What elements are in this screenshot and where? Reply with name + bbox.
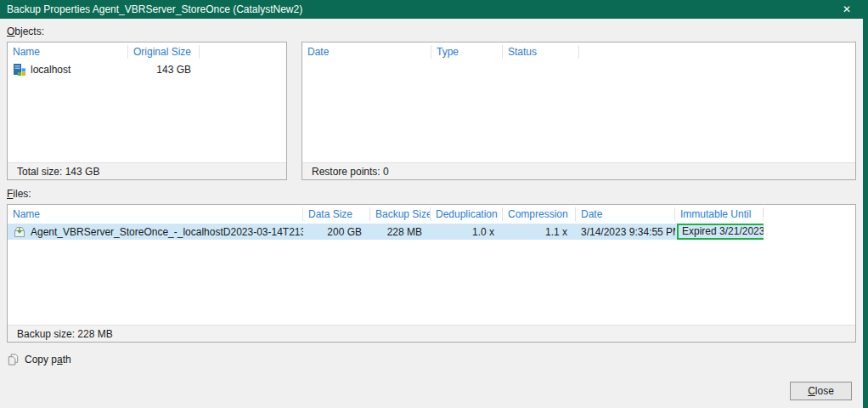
host-icon [13,63,26,76]
files-panel: Name Data Size Backup Size Deduplication… [7,204,856,343]
files-header-row: Name Data Size Backup Size Deduplication… [8,205,855,224]
restore-points-list [302,61,855,162]
files-cell-name: Agent_VBRServer_StoreOnce_-_localhostD20… [8,224,303,240]
files-col-compression[interactable]: Compression [503,207,576,221]
files-footer: Backup size: 228 MB [8,325,855,342]
objects-footer: Total size: 143 GB [8,162,286,179]
files-col-deduplication[interactable]: Deduplication [431,207,503,221]
objects-label-post: bjects: [14,26,44,37]
backup-properties-dialog: Backup Properties Agent_VBRServer_StoreO… [0,0,868,408]
objects-cell-original-size: 143 GB [128,61,200,77]
restore-points-panel: Date Type Status Restore points: 0 [302,42,856,180]
files-label: Files: [7,188,856,200]
files-cell-backup-size: 228 MB [370,224,431,240]
objects-col-original-size[interactable]: Original Size [128,45,200,59]
backup-file-icon [13,225,26,239]
files-cell-data-size: 200 GB [303,224,370,240]
files-cell-immutable-until: Expired 3/21/2023 [675,224,764,240]
files-col-immutable-until[interactable]: Immutable Until [675,207,764,221]
objects-cell-name: localhost [8,61,128,77]
window-title: Backup Properties Agent_VBRServer_StoreO… [7,3,302,15]
files-col-date[interactable]: Date [576,207,675,221]
objects-col-name[interactable]: Name [8,45,128,59]
copy-path-label: Copy path [25,354,71,366]
copy-path-mnemonic: a [57,354,63,366]
objects-header-row: Name Original Size [8,42,286,61]
dialog-body: Objects: Name Original Size [0,26,863,366]
immutable-until-highlight-box: Expired 3/21/2023 [677,224,764,240]
close-button-mnemonic: C [808,385,815,397]
copy-page-icon [7,353,20,366]
files-list: Agent_VBRServer_StoreOnce_-_localhostD20… [8,224,855,325]
titlebar: Backup Properties Agent_VBRServer_StoreO… [0,0,863,19]
files-cell-date: 3/14/2023 9:34:55 PM [576,224,675,240]
restore-points-header-row: Date Type Status [302,42,855,61]
restore-col-type[interactable]: Type [431,45,503,59]
files-col-data-size[interactable]: Data Size [303,207,370,221]
copy-path-button[interactable]: Copy path [7,353,71,366]
files-col-backup-size[interactable]: Backup Size [370,207,431,221]
files-cell-deduplication: 1.0 x [431,224,503,240]
copy-path-pre: Copy p [25,354,57,366]
top-panels: Name Original Size [7,42,856,180]
files-cell-compression: 1.1 x [503,224,576,240]
restore-col-date[interactable]: Date [302,45,431,59]
close-button[interactable]: Close [790,382,852,400]
copy-path-post: th [63,354,71,366]
restore-points-footer: Restore points: 0 [302,162,855,179]
close-button-post: lose [815,385,834,397]
objects-panel: Name Original Size [7,42,287,180]
files-col-name[interactable]: Name [8,207,303,221]
restore-col-status[interactable]: Status [503,45,579,59]
file-name-text: Agent_VBRServer_StoreOnce_-_localhostD20… [31,226,303,238]
close-icon[interactable]: ✕ [839,3,854,16]
objects-row-localhost[interactable]: localhost 143 GB [8,61,286,77]
files-label-post: iles: [13,188,31,200]
objects-list: localhost 143 GB [8,61,286,162]
files-row-vbk[interactable]: Agent_VBRServer_StoreOnce_-_localhostD20… [8,224,764,240]
object-name-text: localhost [31,64,70,76]
objects-label: Objects: [7,26,856,37]
objects-label-mnemonic: O [7,26,14,37]
